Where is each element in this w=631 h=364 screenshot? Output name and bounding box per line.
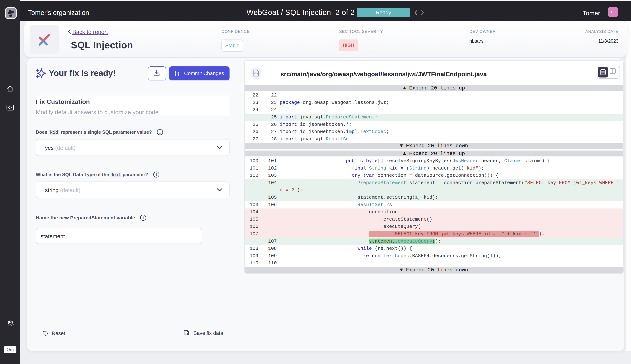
svg-text:i: i [160, 130, 160, 134]
svg-text:i: i [142, 216, 144, 220]
svg-text:i: i [156, 172, 157, 177]
